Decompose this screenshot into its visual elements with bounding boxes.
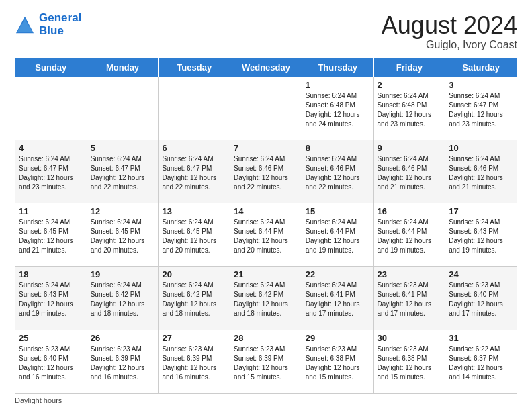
calendar-cell: 2Sunrise: 6:24 AM Sunset: 6:48 PM Daylig…	[373, 77, 445, 140]
calendar-cell: 8Sunrise: 6:24 AM Sunset: 6:46 PM Daylig…	[302, 140, 373, 203]
day-info: Sunrise: 6:23 AM Sunset: 6:40 PM Dayligh…	[449, 281, 513, 318]
cell-content: 27Sunrise: 6:23 AM Sunset: 6:39 PM Dayli…	[162, 333, 226, 382]
day-info: Sunrise: 6:24 AM Sunset: 6:45 PM Dayligh…	[19, 218, 83, 255]
calendar-cell: 12Sunrise: 6:24 AM Sunset: 6:45 PM Dayli…	[87, 203, 159, 267]
day-number: 12	[91, 206, 155, 216]
title-block: August 2024 Guiglo, Ivory Coast	[382, 12, 517, 51]
cell-content: 24Sunrise: 6:23 AM Sunset: 6:40 PM Dayli…	[449, 269, 513, 318]
day-number: 10	[449, 143, 513, 153]
svg-marker-1	[17, 19, 32, 32]
calendar-cell: 24Sunrise: 6:23 AM Sunset: 6:40 PM Dayli…	[445, 267, 517, 330]
day-info: Sunrise: 6:24 AM Sunset: 6:42 PM Dayligh…	[234, 281, 298, 318]
cell-content: 2Sunrise: 6:24 AM Sunset: 6:48 PM Daylig…	[378, 80, 442, 129]
header: General Blue August 2024 Guiglo, Ivory C…	[15, 12, 517, 51]
calendar-table: SundayMondayTuesdayWednesdayThursdayFrid…	[15, 58, 517, 394]
cell-content: 23Sunrise: 6:23 AM Sunset: 6:41 PM Dayli…	[378, 269, 442, 318]
calendar-cell: 13Sunrise: 6:24 AM Sunset: 6:45 PM Dayli…	[159, 203, 230, 267]
day-info: Sunrise: 6:24 AM Sunset: 6:47 PM Dayligh…	[162, 154, 226, 192]
calendar-cell: 29Sunrise: 6:23 AM Sunset: 6:38 PM Dayli…	[302, 330, 373, 393]
day-info: Sunrise: 6:24 AM Sunset: 6:46 PM Dayligh…	[234, 154, 298, 192]
cell-content: 21Sunrise: 6:24 AM Sunset: 6:42 PM Dayli…	[234, 269, 298, 318]
cell-content: 28Sunrise: 6:23 AM Sunset: 6:39 PM Dayli…	[234, 333, 298, 382]
cell-content: 11Sunrise: 6:24 AM Sunset: 6:45 PM Dayli…	[19, 206, 83, 255]
calendar-cell: 22Sunrise: 6:24 AM Sunset: 6:41 PM Dayli…	[302, 267, 373, 330]
day-number: 27	[162, 333, 226, 343]
page: General Blue August 2024 Guiglo, Ivory C…	[0, 0, 532, 411]
cell-content: 19Sunrise: 6:24 AM Sunset: 6:42 PM Dayli…	[91, 269, 155, 318]
day-number: 22	[306, 269, 370, 279]
day-number: 31	[449, 333, 513, 343]
day-info: Sunrise: 6:24 AM Sunset: 6:46 PM Dayligh…	[306, 154, 370, 192]
day-number: 11	[19, 206, 83, 216]
day-number: 4	[19, 143, 83, 153]
calendar-cell: 3Sunrise: 6:24 AM Sunset: 6:47 PM Daylig…	[445, 77, 517, 140]
day-info: Sunrise: 6:23 AM Sunset: 6:38 PM Dayligh…	[378, 345, 442, 382]
cell-content: 30Sunrise: 6:23 AM Sunset: 6:38 PM Dayli…	[378, 333, 442, 382]
calendar-cell	[230, 77, 302, 140]
day-info: Sunrise: 6:24 AM Sunset: 6:42 PM Dayligh…	[91, 281, 155, 318]
calendar-cell: 18Sunrise: 6:24 AM Sunset: 6:43 PM Dayli…	[15, 267, 87, 330]
day-number: 19	[91, 269, 155, 279]
day-number: 5	[91, 143, 155, 153]
cell-content: 10Sunrise: 6:24 AM Sunset: 6:46 PM Dayli…	[449, 143, 513, 192]
day-info: Sunrise: 6:24 AM Sunset: 6:47 PM Dayligh…	[91, 154, 155, 192]
day-info: Sunrise: 6:23 AM Sunset: 6:39 PM Dayligh…	[234, 345, 298, 382]
calendar-cell: 5Sunrise: 6:24 AM Sunset: 6:47 PM Daylig…	[87, 140, 159, 203]
cell-content: 26Sunrise: 6:23 AM Sunset: 6:39 PM Dayli…	[91, 333, 155, 382]
header-day-thursday: Thursday	[302, 58, 373, 77]
logo: General Blue	[15, 12, 81, 37]
calendar-cell: 23Sunrise: 6:23 AM Sunset: 6:41 PM Dayli…	[373, 267, 445, 330]
day-info: Sunrise: 6:23 AM Sunset: 6:39 PM Dayligh…	[162, 345, 226, 382]
calendar-cell: 31Sunrise: 6:22 AM Sunset: 6:37 PM Dayli…	[445, 330, 517, 393]
calendar-cell: 9Sunrise: 6:24 AM Sunset: 6:46 PM Daylig…	[373, 140, 445, 203]
calendar-cell: 7Sunrise: 6:24 AM Sunset: 6:46 PM Daylig…	[230, 140, 302, 203]
day-number: 17	[449, 206, 513, 216]
calendar-cell: 15Sunrise: 6:24 AM Sunset: 6:44 PM Dayli…	[302, 203, 373, 267]
cell-content: 20Sunrise: 6:24 AM Sunset: 6:42 PM Dayli…	[162, 269, 226, 318]
day-info: Sunrise: 6:23 AM Sunset: 6:38 PM Dayligh…	[306, 345, 370, 382]
calendar-cell: 30Sunrise: 6:23 AM Sunset: 6:38 PM Dayli…	[373, 330, 445, 393]
cell-content: 1Sunrise: 6:24 AM Sunset: 6:48 PM Daylig…	[306, 80, 370, 129]
calendar-cell: 17Sunrise: 6:24 AM Sunset: 6:43 PM Dayli…	[445, 203, 517, 267]
footnote: Daylight hours	[15, 396, 517, 404]
cell-content: 5Sunrise: 6:24 AM Sunset: 6:47 PM Daylig…	[91, 143, 155, 192]
day-info: Sunrise: 6:24 AM Sunset: 6:46 PM Dayligh…	[378, 154, 442, 192]
day-info: Sunrise: 6:24 AM Sunset: 6:45 PM Dayligh…	[91, 218, 155, 255]
cell-content: 22Sunrise: 6:24 AM Sunset: 6:41 PM Dayli…	[306, 269, 370, 318]
cell-content: 7Sunrise: 6:24 AM Sunset: 6:46 PM Daylig…	[234, 143, 298, 192]
header-day-saturday: Saturday	[445, 58, 517, 77]
day-number: 3	[449, 80, 513, 90]
day-number: 18	[19, 269, 83, 279]
day-number: 15	[306, 206, 370, 216]
calendar-cell: 1Sunrise: 6:24 AM Sunset: 6:48 PM Daylig…	[302, 77, 373, 140]
cell-content: 29Sunrise: 6:23 AM Sunset: 6:38 PM Dayli…	[306, 333, 370, 382]
day-number: 28	[234, 333, 298, 343]
cell-content: 31Sunrise: 6:22 AM Sunset: 6:37 PM Dayli…	[449, 333, 513, 382]
cell-content: 3Sunrise: 6:24 AM Sunset: 6:47 PM Daylig…	[449, 80, 513, 129]
day-number: 13	[162, 206, 226, 216]
calendar-cell	[159, 77, 230, 140]
calendar-body: 1Sunrise: 6:24 AM Sunset: 6:48 PM Daylig…	[15, 77, 517, 393]
day-number: 21	[234, 269, 298, 279]
calendar-cell: 28Sunrise: 6:23 AM Sunset: 6:39 PM Dayli…	[230, 330, 302, 393]
day-number: 14	[234, 206, 298, 216]
calendar-cell: 16Sunrise: 6:24 AM Sunset: 6:44 PM Dayli…	[373, 203, 445, 267]
calendar-week-5: 25Sunrise: 6:23 AM Sunset: 6:40 PM Dayli…	[15, 330, 517, 393]
calendar-cell: 19Sunrise: 6:24 AM Sunset: 6:42 PM Dayli…	[87, 267, 159, 330]
cell-content: 17Sunrise: 6:24 AM Sunset: 6:43 PM Dayli…	[449, 206, 513, 255]
calendar-header: SundayMondayTuesdayWednesdayThursdayFrid…	[15, 58, 517, 77]
logo-icon	[15, 15, 35, 34]
header-day-sunday: Sunday	[15, 58, 87, 77]
day-info: Sunrise: 6:24 AM Sunset: 6:43 PM Dayligh…	[19, 281, 83, 318]
cell-content: 13Sunrise: 6:24 AM Sunset: 6:45 PM Dayli…	[162, 206, 226, 255]
header-day-friday: Friday	[373, 58, 445, 77]
calendar-cell: 10Sunrise: 6:24 AM Sunset: 6:46 PM Dayli…	[445, 140, 517, 203]
day-number: 23	[378, 269, 442, 279]
logo-text: General Blue	[39, 12, 81, 37]
day-info: Sunrise: 6:24 AM Sunset: 6:44 PM Dayligh…	[306, 218, 370, 255]
day-info: Sunrise: 6:24 AM Sunset: 6:47 PM Dayligh…	[19, 154, 83, 192]
cell-content: 6Sunrise: 6:24 AM Sunset: 6:47 PM Daylig…	[162, 143, 226, 192]
cell-content: 12Sunrise: 6:24 AM Sunset: 6:45 PM Dayli…	[91, 206, 155, 255]
calendar-cell: 4Sunrise: 6:24 AM Sunset: 6:47 PM Daylig…	[15, 140, 87, 203]
day-info: Sunrise: 6:22 AM Sunset: 6:37 PM Dayligh…	[449, 345, 513, 382]
